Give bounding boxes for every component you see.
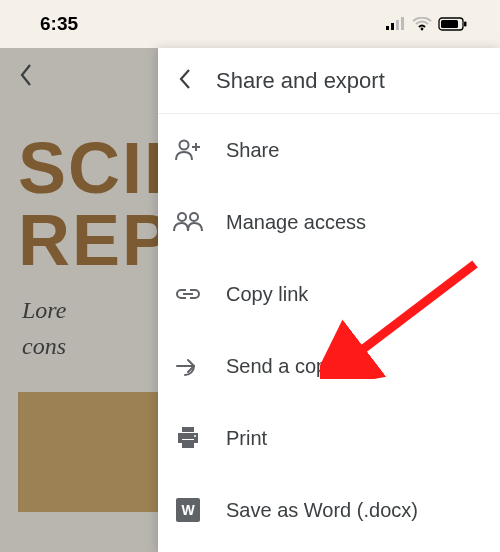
print-icon — [172, 427, 204, 449]
word-icon-letter: W — [176, 498, 200, 522]
menu-label: Manage access — [226, 211, 366, 234]
menu-item-print[interactable]: Print — [158, 402, 500, 474]
svg-rect-15 — [182, 440, 194, 448]
send-icon — [172, 356, 204, 376]
dim-overlay[interactable] — [0, 48, 158, 552]
svg-point-11 — [178, 213, 186, 221]
menu-label: Send a copy — [226, 355, 337, 378]
svg-point-16 — [194, 435, 196, 437]
menu-label: Copy link — [226, 283, 308, 306]
wifi-icon — [412, 17, 432, 31]
svg-rect-14 — [182, 427, 194, 432]
chevron-left-icon — [178, 68, 192, 90]
panel-header: Share and export — [158, 48, 500, 114]
word-icon: W — [172, 498, 204, 522]
people-icon — [172, 212, 204, 232]
cellular-icon — [386, 17, 406, 31]
menu-list: Share Manage access Copy — [158, 114, 500, 552]
menu-item-send-copy[interactable]: Send a copy — [158, 330, 500, 402]
menu-item-copy-link[interactable]: Copy link — [158, 258, 500, 330]
svg-rect-0 — [386, 26, 389, 30]
menu-label: Save as Word (.docx) — [226, 499, 418, 522]
svg-rect-3 — [401, 17, 404, 30]
menu-label: Print — [226, 427, 267, 450]
svg-point-12 — [190, 213, 198, 221]
panel-back-button[interactable] — [172, 62, 198, 100]
person-add-icon — [172, 139, 204, 161]
menu-item-save-word[interactable]: W Save as Word (.docx) — [158, 474, 500, 546]
link-icon — [172, 287, 204, 301]
panel-title: Share and export — [216, 68, 385, 94]
menu-item-manage-access[interactable]: Manage access — [158, 186, 500, 258]
status-time: 6:35 — [40, 13, 78, 35]
menu-item-share[interactable]: Share — [158, 114, 500, 186]
share-export-panel: Share and export Share — [158, 48, 500, 552]
svg-point-4 — [421, 28, 424, 31]
menu-label: Share — [226, 139, 279, 162]
battery-icon — [438, 17, 468, 31]
svg-point-8 — [180, 141, 189, 150]
svg-rect-7 — [464, 22, 467, 27]
svg-rect-1 — [391, 23, 394, 30]
status-bar: 6:35 — [0, 0, 500, 48]
svg-rect-6 — [441, 20, 458, 28]
svg-rect-2 — [396, 20, 399, 30]
